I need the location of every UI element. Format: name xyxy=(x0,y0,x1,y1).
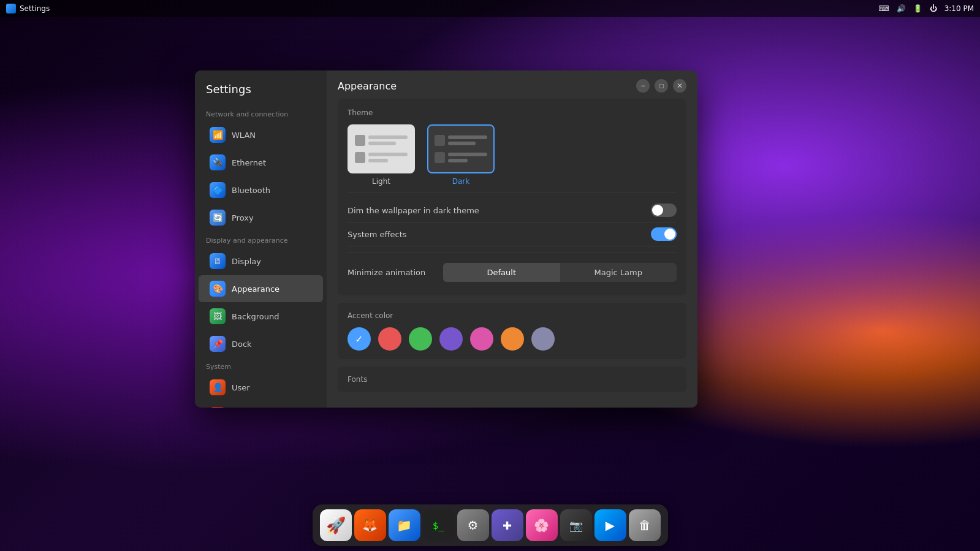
appearance-icon: 🎨 xyxy=(210,281,226,297)
content-area: Theme xyxy=(327,99,697,408)
sidebar-item-proxy[interactable]: 🔄 Proxy xyxy=(199,204,323,231)
theme-option-dark[interactable]: Dark xyxy=(427,124,495,186)
dark-preview-line-1b xyxy=(448,142,476,145)
sidebar-item-wlan[interactable]: 📶 WLAN xyxy=(199,121,323,148)
separator-2 xyxy=(348,253,677,253)
sidebar: Settings Network and connection 📶 WLAN 🔌… xyxy=(195,70,327,408)
preview-icon-1 xyxy=(355,135,365,146)
section-label-system: System xyxy=(195,358,327,373)
dock-item-rose[interactable]: 🌸 xyxy=(526,509,558,541)
accent-gray[interactable] xyxy=(531,327,555,351)
preview-row-2 xyxy=(355,152,408,163)
minimize-button[interactable]: − xyxy=(636,79,650,93)
preview-line-1b xyxy=(368,142,396,145)
dock-item-firefox[interactable]: 🦊 xyxy=(354,509,386,541)
dock-item-player[interactable]: ▶ xyxy=(594,509,626,541)
minimize-animation-label: Minimize animation xyxy=(348,268,433,277)
preview-line-2b xyxy=(368,159,388,162)
accent-blue[interactable]: ✓ xyxy=(348,327,371,351)
dark-preview-icon-2 xyxy=(435,152,445,163)
accent-orange[interactable] xyxy=(501,327,524,351)
light-theme-preview xyxy=(348,124,415,173)
top-bar-right: ⌨ 🔊 🔋 ⏻ 3:10 PM xyxy=(878,4,974,13)
sidebar-item-background[interactable]: 🖼 Background xyxy=(199,303,323,330)
window-title: Appearance xyxy=(338,80,397,92)
dock-item-trash[interactable]: 🗑 xyxy=(629,509,661,541)
battery-icon: 🔋 xyxy=(913,4,922,13)
system-effects-knob xyxy=(664,229,675,240)
ethernet-icon: 🔌 xyxy=(210,154,226,170)
dock-item-settings[interactable]: ⚙ xyxy=(457,509,489,541)
sidebar-item-user[interactable]: 👤 User xyxy=(199,374,323,401)
accent-colors-list: ✓ xyxy=(348,327,677,351)
dock-item-launcher[interactable]: 🚀 xyxy=(320,509,352,541)
fonts-title: Fonts xyxy=(348,375,677,384)
window-controls: − □ ✕ xyxy=(636,79,686,93)
theme-section: Theme xyxy=(338,99,686,295)
notifications-icon: 🔔 xyxy=(210,407,226,408)
theme-grid: Light xyxy=(348,124,677,186)
dark-preview-row-1 xyxy=(435,135,487,146)
top-bar-left: Settings xyxy=(6,4,50,13)
sidebar-item-display[interactable]: 🖥 Display xyxy=(199,248,323,275)
fonts-section: Fonts xyxy=(338,367,686,392)
animation-options: Default Magic Lamp xyxy=(443,263,677,282)
settings-window: Settings Network and connection 📶 WLAN 🔌… xyxy=(195,70,697,408)
dark-preview-lines-2 xyxy=(448,153,487,162)
proxy-icon: 🔄 xyxy=(210,210,226,226)
system-effects-toggle[interactable] xyxy=(651,227,677,241)
dark-preview-icon-1 xyxy=(435,135,445,146)
accent-color-title: Accent color xyxy=(348,311,677,320)
sidebar-item-label-proxy: Proxy xyxy=(232,213,254,222)
preview-line-2a xyxy=(368,153,408,156)
sidebar-item-label-bluetooth: Bluetooth xyxy=(232,186,270,195)
dock-item-terminal[interactable]: $_ xyxy=(423,509,455,541)
dock-item-klokki[interactable]: ✚ xyxy=(492,509,523,541)
preview-lines-1 xyxy=(368,135,408,145)
sidebar-item-label-appearance: Appearance xyxy=(232,284,279,294)
dock-item-screenshot[interactable]: 📷 xyxy=(560,509,592,541)
preview-row-1 xyxy=(355,135,408,146)
sidebar-item-label-user: User xyxy=(232,383,250,392)
sidebar-item-label-dock: Dock xyxy=(232,340,252,349)
bluetooth-icon: 🔷 xyxy=(210,182,226,198)
display-icon: 🖥 xyxy=(210,253,226,269)
close-button[interactable]: ✕ xyxy=(673,79,686,93)
dark-preview-line-2b xyxy=(448,159,468,162)
maximize-button[interactable]: □ xyxy=(655,79,668,93)
dark-preview-line-2a xyxy=(448,153,487,156)
dark-theme-label: Dark xyxy=(452,177,469,186)
system-effects-row: System effects xyxy=(348,222,677,246)
sidebar-item-ethernet[interactable]: 🔌 Ethernet xyxy=(199,149,323,176)
dock: 🚀 🦊 📁 $_ ⚙ ✚ 🌸 📷 ▶ 🗑 xyxy=(313,504,668,546)
accent-green[interactable] xyxy=(409,327,432,351)
dim-wallpaper-toggle[interactable] xyxy=(651,203,677,217)
animation-option-default[interactable]: Default xyxy=(443,263,560,282)
main-content: Appearance − □ ✕ Theme xyxy=(327,70,697,408)
sidebar-item-label-display: Display xyxy=(232,257,261,266)
top-bar: Settings ⌨ 🔊 🔋 ⏻ 3:10 PM xyxy=(0,0,980,17)
sidebar-item-notifications[interactable]: 🔔 Notifications xyxy=(199,401,323,408)
dark-theme-preview xyxy=(427,124,495,173)
top-bar-title: Settings xyxy=(20,4,50,13)
sidebar-item-bluetooth[interactable]: 🔷 Bluetooth xyxy=(199,177,323,203)
sidebar-item-appearance[interactable]: 🎨 Appearance xyxy=(199,275,323,302)
light-theme-label: Light xyxy=(372,177,390,186)
dark-preview-line-1a xyxy=(448,135,487,139)
section-label-network: Network and connection xyxy=(195,105,327,121)
power-icon: ⏻ xyxy=(930,4,937,13)
theme-option-light[interactable]: Light xyxy=(348,124,415,186)
sidebar-item-dock[interactable]: 📌 Dock xyxy=(199,330,323,357)
accent-red[interactable] xyxy=(378,327,401,351)
volume-icon: 🔊 xyxy=(897,4,906,13)
sidebar-item-label-wlan: WLAN xyxy=(232,131,256,140)
animation-option-magic-lamp[interactable]: Magic Lamp xyxy=(560,263,677,282)
accent-purple[interactable] xyxy=(439,327,463,351)
sidebar-item-label-ethernet: Ethernet xyxy=(232,158,266,167)
dock-icon: 📌 xyxy=(210,336,226,352)
minimize-animation-row: Minimize animation Default Magic Lamp xyxy=(348,259,677,286)
background-icon: 🖼 xyxy=(210,308,226,324)
dock-item-files[interactable]: 📁 xyxy=(389,509,420,541)
accent-pink[interactable] xyxy=(470,327,493,351)
dark-preview-row-2 xyxy=(435,152,487,163)
